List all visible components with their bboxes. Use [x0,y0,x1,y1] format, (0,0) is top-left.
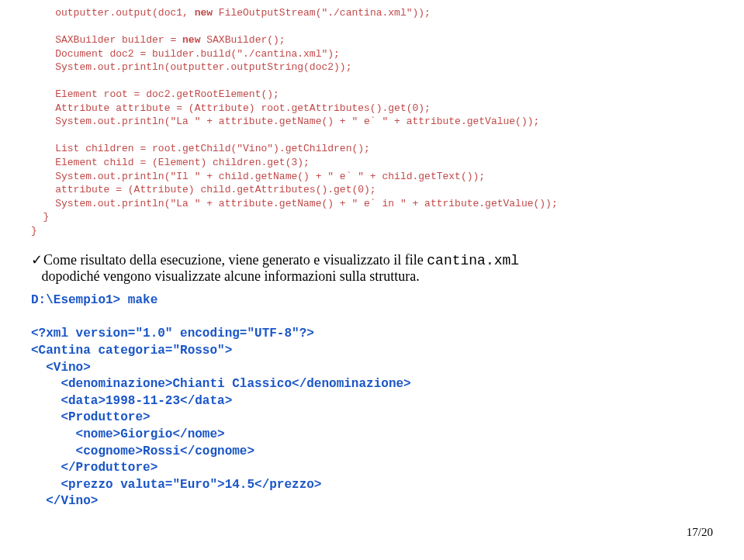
code-line: System.out.println("Il " + child.getName… [31,171,485,182]
code-line: outputter.output(doc1, [31,7,195,19]
terminal-output: D:\Esempio1> make <?xml version="1.0" en… [31,292,713,510]
para-text: dopodiché vengono visualizzate alcune in… [42,268,420,284]
code-line: System.out.println(outputter.outputStrin… [31,61,351,73]
keyword-new: new [195,7,213,19]
term-line: </Vino> [31,494,98,508]
code-line: } [31,211,49,223]
term-line: <Cantina categoria="Rosso"> [31,344,232,358]
para-text: Come risultato della esecuzione, viene g… [43,252,427,268]
term-line: <denominazione>Chianti Classico</denomin… [31,377,411,391]
code-line: Element child = (Element) children.get(3… [31,157,310,168]
term-line: <cognome>Rossi</cognome> [31,444,254,458]
code-line: System.out.println("La " + attribute.get… [31,198,558,209]
result-paragraph: ✓Come risultato della esecuzione, viene … [31,251,713,285]
code-line: Attribute attribute = (Attribute) root.g… [31,102,431,114]
code-line: attribute = (Attribute) child.getAttribu… [31,184,376,195]
file-name: cantina.xml [427,253,519,268]
page-number: 17/20 [31,526,713,539]
code-line: List children = root.getChild("Vino").ge… [31,143,370,154]
term-line: </Produttore> [31,461,157,475]
keyword-new: new [182,34,200,46]
code-line: SAXBuilder(); [200,34,285,46]
term-line: <Vino> [31,361,91,375]
code-line: Document doc2 = builder.build("./cantina… [31,48,340,60]
term-line: <?xml version="1.0" encoding="UTF-8"?> [31,327,314,340]
code-line: FileOutputStream("./cantina.xml")); [213,7,431,19]
term-line: <prezzo valuta="Euro">14.5</prezzo> [31,478,321,492]
code-line: SAXBuilder builder = [31,34,182,46]
java-code-block: outputter.output(doc1, new FileOutputStr… [31,6,713,237]
code-line: Element root = doc2.getRootElement(); [31,88,279,100]
term-line: <nome>Giorgio</nome> [31,427,225,441]
term-line: D:\Esempio1> make [31,293,157,307]
term-line: <data>1998-11-23</data> [31,394,232,408]
code-line: System.out.println("La " + attribute.get… [31,116,539,127]
checkmark-icon: ✓ [31,251,43,268]
code-line: } [31,225,37,237]
term-line: <Produttore> [31,410,151,424]
